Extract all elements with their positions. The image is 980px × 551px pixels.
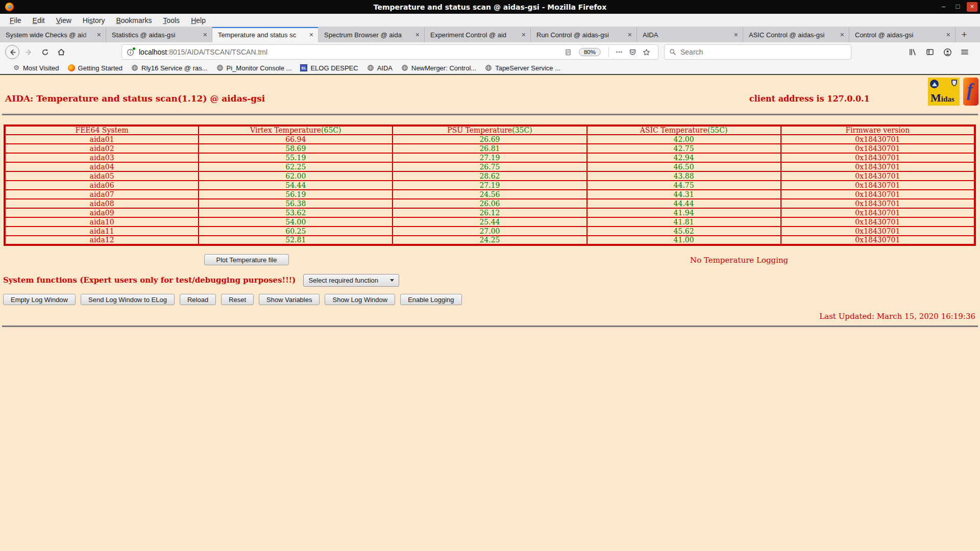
psu-temperature: 27.19 bbox=[393, 181, 586, 190]
tab-close-icon[interactable]: × bbox=[202, 31, 209, 38]
bookmark-star-icon[interactable] bbox=[640, 48, 653, 56]
reader-mode-icon[interactable] bbox=[561, 48, 575, 56]
page-actions-icon[interactable] bbox=[612, 48, 626, 56]
reload-button[interactable] bbox=[38, 45, 52, 59]
url-host: localhost bbox=[139, 48, 167, 56]
psu-temperature: 26.06 bbox=[393, 199, 586, 208]
table-row: aida07 56.19 24.56 44.31 0x18430701 bbox=[5, 190, 975, 199]
asic-temperature: 44.75 bbox=[587, 181, 781, 190]
menu-item-history[interactable]: History bbox=[77, 15, 111, 26]
maximize-button[interactable]: □ bbox=[952, 2, 963, 12]
close-button[interactable]: × bbox=[967, 2, 977, 12]
bookmark-newmerger-control[interactable]: NewMerger: Control... bbox=[397, 63, 480, 73]
virtex-temperature: 53.62 bbox=[199, 208, 393, 217]
tab-run-control-aidas-gsi[interactable]: Run Control @ aidas-gsi × bbox=[531, 27, 637, 42]
tab-close-icon[interactable]: × bbox=[414, 31, 421, 38]
library-icon[interactable] bbox=[905, 45, 920, 59]
bookmark-tapeserver-service[interactable]: TapeServer Service ... bbox=[480, 63, 565, 73]
plot-temperature-button[interactable]: Plot Temperature file bbox=[204, 254, 289, 265]
fee64-name: aida08 bbox=[5, 199, 199, 208]
menu-bar: FileEditViewHistoryBookmarksToolsHelp bbox=[0, 14, 980, 27]
empty-log-window-button[interactable]: Empty Log Window bbox=[3, 294, 76, 305]
function-select[interactable]: Select required function bbox=[303, 274, 399, 287]
tab-system-wide-checks-aid[interactable]: System wide Checks @ aid × bbox=[0, 27, 106, 42]
tab-label: Temperature and status sc bbox=[218, 31, 306, 39]
table-row: aida08 56.38 26.06 44.44 0x18430701 bbox=[5, 199, 975, 208]
tab-close-icon[interactable]: × bbox=[308, 31, 315, 38]
page-info-icon[interactable] bbox=[127, 48, 134, 56]
bookmark-label: Most Visited bbox=[23, 64, 59, 72]
bookmark-label: NewMerger: Control... bbox=[411, 64, 476, 72]
search-input[interactable] bbox=[680, 48, 846, 56]
horizontal-rule bbox=[2, 114, 978, 115]
firefox-icon bbox=[67, 64, 76, 72]
show-variables-button[interactable]: Show Variables bbox=[259, 294, 320, 305]
tab-close-icon[interactable]: × bbox=[945, 31, 952, 38]
tab-close-icon[interactable]: × bbox=[839, 31, 846, 38]
bookmark-most-visited[interactable]: ⚙ Most Visited bbox=[8, 63, 63, 73]
psu-temperature: 26.81 bbox=[393, 144, 586, 153]
bookmark-label: Getting Started bbox=[78, 64, 122, 72]
bookmark-elog-despec[interactable]: EL ELOG DESPEC bbox=[296, 63, 362, 73]
tab-asic-control-aidas-gsi[interactable]: ASIC Control @ aidas-gsi × bbox=[743, 27, 849, 42]
tab-close-icon[interactable]: × bbox=[732, 31, 740, 38]
show-log-window-button[interactable]: Show Log Window bbox=[325, 294, 395, 305]
midas-emblem-icon bbox=[930, 80, 939, 88]
tab-close-icon[interactable]: × bbox=[520, 31, 527, 38]
bookmark-aida[interactable]: AIDA bbox=[362, 63, 397, 73]
new-tab-button[interactable]: + bbox=[955, 27, 973, 42]
sidebar-icon[interactable] bbox=[923, 45, 937, 59]
home-button[interactable] bbox=[54, 45, 68, 59]
firmware-version: 0x18430701 bbox=[781, 153, 975, 162]
menu-item-edit[interactable]: Edit bbox=[27, 15, 51, 26]
bookmark-label: ELOG DESPEC bbox=[310, 64, 358, 72]
url-bar[interactable]: localhost:8015/AIDA/TSCAN/TSCAN.tml 80% bbox=[121, 44, 658, 60]
minimize-button[interactable]: – bbox=[938, 2, 949, 12]
menu-item-help[interactable]: Help bbox=[185, 15, 211, 26]
bookmark-getting-started[interactable]: Getting Started bbox=[63, 63, 127, 73]
menu-item-tools[interactable]: Tools bbox=[157, 15, 185, 26]
tab-control-aidas-gsi[interactable]: Control @ aidas-gsi × bbox=[849, 27, 955, 42]
gear-icon: ⚙ bbox=[12, 64, 20, 72]
tab-label: Run Control @ aidas-gsi bbox=[536, 31, 624, 39]
fee64-name: aida03 bbox=[5, 153, 199, 162]
fee64-name: aida04 bbox=[5, 162, 199, 171]
column-header-virtex-temperature: Virtex Temperature(65C) bbox=[199, 126, 393, 135]
tab-aida[interactable]: AIDA × bbox=[637, 27, 743, 42]
tab-spectrum-browser-aida[interactable]: Spectrum Browser @ aida × bbox=[318, 27, 425, 42]
back-button[interactable] bbox=[5, 45, 19, 59]
reload-button[interactable]: Reload bbox=[180, 294, 216, 305]
function-select-value: Select required function bbox=[308, 277, 378, 284]
asic-temperature: 44.31 bbox=[587, 190, 781, 199]
globe-icon bbox=[484, 64, 493, 72]
hamburger-menu-icon[interactable] bbox=[958, 45, 972, 59]
table-row: aida01 66.94 26.69 42.00 0x18430701 bbox=[5, 135, 975, 144]
tab-temperature-and-status-sc[interactable]: Temperature and status sc × bbox=[212, 27, 318, 42]
bookmark-rly16-service-ras[interactable]: Rly16 Service @ ras... bbox=[127, 63, 212, 73]
menu-item-bookmarks[interactable]: Bookmarks bbox=[110, 15, 157, 26]
menu-item-view[interactable]: View bbox=[51, 15, 77, 26]
pocket-icon[interactable] bbox=[626, 48, 640, 56]
virtex-temperature: 66.94 bbox=[199, 135, 393, 144]
tab-close-icon[interactable]: × bbox=[626, 31, 633, 38]
institute-logo bbox=[963, 78, 978, 106]
tab-experiment-control-aid[interactable]: Experiment Control @ aid × bbox=[425, 27, 531, 42]
forward-button[interactable] bbox=[21, 45, 36, 59]
send-log-window-to-elog-button[interactable]: Send Log Window to ELog bbox=[81, 294, 175, 305]
zoom-level-badge[interactable]: 80% bbox=[579, 48, 601, 56]
window-title: Temperature and status scan @ aidas-gsi … bbox=[374, 3, 607, 11]
search-bar[interactable] bbox=[664, 44, 851, 60]
window-titlebar: Temperature and status scan @ aidas-gsi … bbox=[0, 0, 980, 14]
reset-button[interactable]: Reset bbox=[221, 294, 254, 305]
midas-logo-text: Midas bbox=[930, 91, 954, 105]
menu-item-file[interactable]: File bbox=[4, 15, 27, 26]
psu-temperature: 27.00 bbox=[393, 227, 586, 236]
tab-label: ASIC Control @ aidas-gsi bbox=[749, 31, 837, 39]
bookmark-pi-monitor-console[interactable]: Pi_Monitor Console ... bbox=[212, 63, 296, 73]
enable-logging-button[interactable]: Enable Logging bbox=[400, 294, 461, 305]
account-icon[interactable] bbox=[940, 45, 954, 59]
tab-statistics-aidas-gsi[interactable]: Statistics @ aidas-gsi × bbox=[106, 27, 212, 42]
tab-close-icon[interactable]: × bbox=[95, 31, 103, 38]
url-text: localhost:8015/AIDA/TSCAN/TSCAN.tml bbox=[139, 48, 561, 56]
table-row: aida02 58.69 26.81 42.75 0x18430701 bbox=[5, 144, 975, 153]
